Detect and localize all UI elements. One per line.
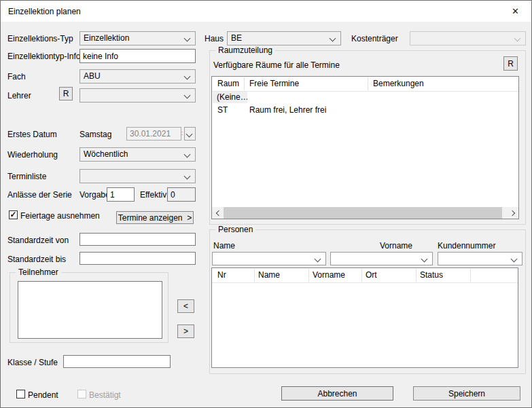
chevron-down-icon [514, 35, 521, 42]
teilnehmer-label: Teilnehmer [16, 267, 61, 277]
chevron-down-icon [184, 92, 191, 99]
raum-table-header: Raum Freie Termine Bemerkungen [212, 77, 518, 92]
info-label: Einzellektiontyp-Info [7, 52, 80, 61]
lehrer-r-button[interactable]: R [59, 87, 73, 100]
termine-cell[interactable]: Raum frei, Lehrer frei [249, 104, 326, 116]
personen-table[interactable]: Nr Name Vorname Ort Status [211, 267, 518, 368]
verfuegbare-raeume-label: Verfügbare Räume für alle Termine [213, 60, 340, 70]
datum-dropdown-button[interactable] [184, 127, 196, 141]
datum-colon-mark: : [181, 130, 183, 136]
column-separator [361, 269, 362, 282]
chevron-down-icon [421, 256, 428, 263]
personen-col-name[interactable]: Name [258, 268, 280, 282]
chevron-down-icon [315, 256, 321, 263]
klasse-field[interactable] [63, 355, 171, 368]
effektiv-field[interactable] [167, 187, 196, 202]
personen-table-header: Nr Name Vorname Ort Status [212, 268, 518, 283]
horizontal-scrollbar[interactable] [212, 207, 518, 219]
personen-col-nr[interactable]: Nr [217, 268, 226, 282]
lehrer-label: Lehrer [7, 91, 31, 100]
column-separator [368, 77, 368, 90]
terminliste-combobox[interactable] [79, 169, 196, 183]
raum-col-bemerkungen[interactable]: Bemerkungen [373, 77, 424, 91]
info-field[interactable] [79, 49, 196, 63]
chevron-down-icon [184, 35, 191, 42]
chevron-down-icon [184, 173, 191, 180]
raum-cell-selected[interactable]: (Keine… [213, 92, 247, 103]
stdzeit-von-field[interactable] [79, 233, 196, 246]
teilnehmer-groupbox: Teilnehmer [10, 272, 169, 343]
column-separator [470, 269, 471, 282]
stdzeit-bis-field[interactable] [79, 252, 196, 265]
bestaetigt-checkbox [77, 390, 86, 398]
raum-table[interactable]: Raum Freie Termine Bemerkungen (Keine… S… [211, 76, 519, 219]
title-bar[interactable]: Einzellektion planen ✕ [1, 1, 531, 22]
scroll-left-icon[interactable] [212, 207, 224, 219]
personen-col-status[interactable]: Status [420, 268, 443, 282]
datum-field[interactable] [126, 127, 181, 141]
name-combobox[interactable] [212, 252, 326, 265]
close-icon[interactable]: ✕ [500, 1, 531, 21]
wiederholung-combobox[interactable]: Wöchentlich [79, 147, 196, 162]
haus-value: BE [231, 33, 242, 43]
vorgabe-label: Vorgabe [79, 190, 110, 200]
wiederholung-value: Wöchentlich [84, 149, 128, 159]
datum-weekday-label: Samstag [79, 130, 111, 139]
move-right-button[interactable]: > [177, 324, 194, 338]
raum-r-button[interactable]: R [503, 56, 518, 71]
move-left-button[interactable]: < [177, 299, 194, 313]
bestaetigt-label: Bestätigt [89, 390, 121, 400]
klasse-label: Klasse / Stufe [7, 358, 58, 367]
wiederholung-label: Wiederholung [7, 150, 58, 160]
typ-combobox[interactable]: Einzellektion [79, 31, 196, 45]
anlaesse-label: Anlässe der Serie [7, 190, 72, 200]
window-title: Einzellektion planen [8, 7, 81, 16]
cancel-button[interactable]: Abbrechen [281, 386, 393, 401]
chevron-down-icon [184, 151, 191, 158]
save-button[interactable]: Speichern [413, 386, 520, 401]
table-row[interactable]: ST Raum frei, Lehrer frei [212, 104, 517, 116]
table-row[interactable]: (Keine… [212, 92, 517, 104]
column-separator [308, 269, 309, 282]
personen-col-vorname[interactable]: Vorname [313, 268, 345, 282]
lehrer-combobox[interactable] [79, 88, 196, 103]
kostentraeger-label: Kostenträger [351, 34, 398, 43]
teilnehmer-listbox[interactable] [18, 281, 162, 339]
typ-value: Einzellektion [84, 33, 129, 43]
fach-combobox[interactable]: ABU [79, 69, 196, 84]
stdzeit-bis-label: Standardzeit bis [7, 255, 66, 264]
kundennummer-label: Kundennummer [438, 241, 495, 251]
pendent-checkbox[interactable] [16, 390, 25, 398]
raum-col-raum[interactable]: Raum [217, 77, 239, 91]
vorname-combobox[interactable] [330, 252, 433, 265]
name-label: Name [213, 241, 235, 251]
kundennummer-combobox[interactable] [438, 252, 522, 265]
stdzeit-von-label: Standardzeit von [7, 236, 69, 245]
typ-label: Einzellektions-Typ [7, 34, 73, 43]
scrollbar-thumb[interactable] [224, 207, 502, 219]
datum-label: Erstes Datum [7, 130, 57, 139]
feiertage-label: Feiertage ausnehmen [20, 211, 100, 221]
column-separator [416, 269, 416, 282]
column-separator [254, 269, 255, 282]
raum-cell[interactable]: ST [217, 104, 228, 116]
fach-value: ABU [84, 71, 101, 81]
scroll-right-icon[interactable] [507, 207, 518, 219]
fach-label: Fach [7, 72, 26, 81]
raumzuteilung-title: Raumzuteilung [215, 45, 275, 55]
raum-col-freie-termine[interactable]: Freie Termine [249, 77, 299, 91]
personen-title: Personen [215, 225, 255, 234]
feiertage-checkbox[interactable]: ✓ [9, 210, 18, 219]
haus-combobox[interactable]: BE [227, 31, 341, 45]
effektiv-label: Effektiv [140, 190, 166, 200]
termine-anzeigen-button[interactable]: Termine anzeigen > [116, 211, 194, 224]
haus-label: Haus [205, 34, 224, 43]
vorgabe-field[interactable] [107, 187, 135, 202]
chevron-down-icon [330, 35, 336, 42]
personen-col-ort[interactable]: Ort [366, 268, 377, 282]
check-icon: ✓ [10, 211, 16, 218]
terminliste-label: Terminliste [7, 172, 46, 181]
chevron-down-icon [186, 131, 193, 138]
chevron-down-icon [184, 73, 191, 80]
pendent-label: Pendent [28, 390, 58, 400]
